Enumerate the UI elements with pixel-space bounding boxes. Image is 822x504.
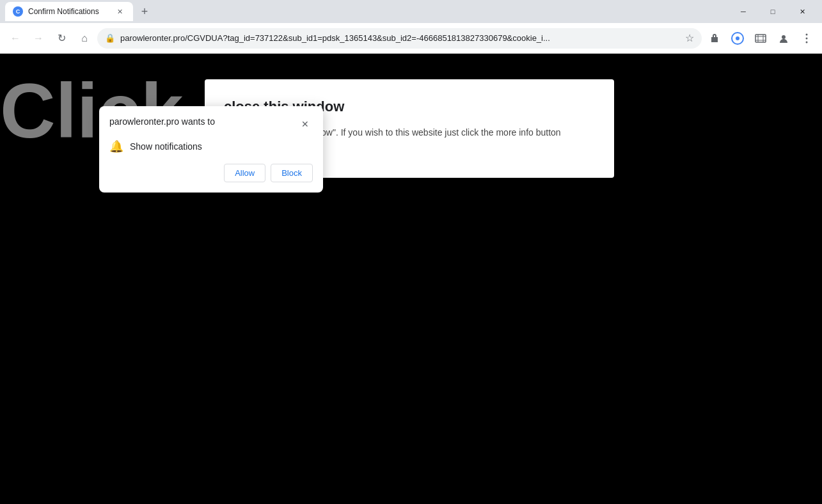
- bell-icon: 🔔: [109, 139, 123, 154]
- tab-close-button[interactable]: ✕: [114, 6, 125, 17]
- popup-header: parowleronter.pro wants to ✕: [109, 116, 313, 132]
- permission-text: Show notifications: [130, 141, 202, 152]
- profile-icon[interactable]: [773, 28, 794, 49]
- page-content: Click u are not a close this window e cl…: [0, 54, 822, 504]
- svg-point-9: [806, 37, 808, 39]
- tab-favicon: C: [13, 6, 23, 17]
- chrome-extension-icon[interactable]: [727, 28, 748, 49]
- minimize-button[interactable]: ─: [729, 0, 758, 23]
- chrome-menu-icon[interactable]: [796, 28, 817, 49]
- allow-button[interactable]: Allow: [224, 164, 265, 182]
- popup-buttons: Allow Block: [109, 164, 313, 182]
- bookmark-icon[interactable]: ☆: [685, 32, 694, 44]
- popup-site-name: parowleronter.pro wants to: [109, 116, 215, 127]
- back-button[interactable]: ←: [5, 28, 26, 49]
- svg-point-10: [806, 41, 808, 43]
- toolbar-icons: [704, 28, 817, 49]
- extensions-icon[interactable]: [704, 28, 725, 49]
- notification-popup: parowleronter.pro wants to ✕ 🔔 Show noti…: [99, 106, 323, 193]
- url-bar[interactable]: 🔒 parowleronter.pro/CGVDUA?tag_id=737122…: [97, 28, 702, 49]
- title-bar: C Confirm Notifications ✕ + ─ □ ✕: [0, 0, 822, 23]
- svg-point-7: [782, 35, 786, 39]
- address-bar: ← → ↻ ⌂ 🔒 parowleronter.pro/CGVDUA?tag_i…: [0, 23, 822, 54]
- url-text: parowleronter.pro/CGVDUA?tag_id=737122&s…: [120, 33, 680, 43]
- svg-point-1: [736, 36, 739, 40]
- close-window-button[interactable]: ✕: [787, 0, 817, 23]
- svg-rect-2: [755, 35, 766, 42]
- maximize-button[interactable]: □: [758, 0, 787, 23]
- lock-icon: 🔒: [105, 33, 115, 43]
- forward-button[interactable]: →: [28, 28, 49, 49]
- block-button[interactable]: Block: [271, 164, 313, 182]
- popup-permission-row: 🔔 Show notifications: [109, 139, 313, 154]
- window-controls: ─ □ ✕: [729, 0, 817, 23]
- svg-point-8: [806, 33, 808, 35]
- media-icon[interactable]: [750, 28, 771, 49]
- new-tab-button[interactable]: +: [136, 3, 154, 20]
- popup-close-button[interactable]: ✕: [297, 116, 313, 132]
- home-button[interactable]: ⌂: [74, 28, 95, 49]
- tab-title: Confirm Notifications: [28, 7, 109, 16]
- reload-button[interactable]: ↻: [51, 28, 72, 49]
- browser-tab[interactable]: C Confirm Notifications ✕: [5, 2, 133, 21]
